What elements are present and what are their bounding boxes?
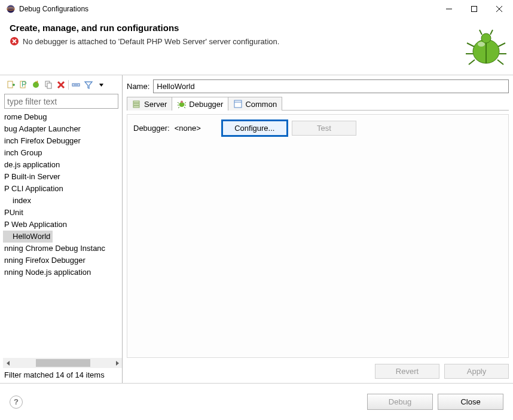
minimize-button[interactable] (436, 1, 462, 17)
list-item[interactable]: nning Chrome Debug Instanc (3, 243, 122, 255)
svg-rect-31 (133, 103, 139, 105)
window-title: Debug Configurations (19, 5, 436, 13)
maximize-button[interactable] (462, 1, 487, 17)
tabs: Server Debugger Common (127, 97, 509, 111)
list-item[interactable]: nning Node.js application (3, 266, 122, 278)
tab-server-label: Server (144, 100, 167, 109)
apply-button[interactable]: Apply (444, 364, 509, 379)
list-item[interactable]: index (3, 195, 122, 207)
configure-button[interactable]: Configure... (222, 121, 287, 136)
collapse-all-icon[interactable] (71, 79, 81, 90)
debugger-value: <none> (175, 124, 201, 133)
svg-line-16 (498, 43, 505, 47)
tab-common[interactable]: Common (228, 97, 282, 111)
list-item[interactable]: nning Firefox Debugger (3, 255, 122, 266)
horizontal-scrollbar[interactable] (3, 358, 122, 368)
svg-line-13 (480, 30, 482, 35)
filter-input[interactable] (4, 94, 118, 109)
svg-text:P: P (22, 80, 27, 88)
common-icon (233, 99, 243, 109)
list-item[interactable]: rome Debug (3, 111, 122, 123)
revert-button[interactable]: Revert (375, 364, 439, 379)
list-item[interactable]: inch Firefox Debugger (3, 135, 122, 147)
scroll-left-icon[interactable] (3, 358, 13, 368)
right-pane: Name: Server Debugger Common Debugger: <… (123, 75, 513, 383)
tab-server[interactable]: Server (127, 97, 172, 111)
name-input[interactable] (153, 79, 509, 93)
list-item[interactable]: inch Group (3, 147, 122, 159)
svg-line-14 (490, 30, 493, 35)
tab-debugger-label: Debugger (189, 100, 223, 109)
tab-common-label: Common (245, 100, 277, 109)
bug-icon (464, 25, 508, 69)
export-icon[interactable] (30, 79, 41, 90)
left-pane: P rome Debugbug Adapter Launcherinch Fir… (0, 75, 123, 383)
tab-debugger[interactable]: Debugger (172, 97, 228, 111)
svg-rect-32 (133, 106, 139, 108)
left-toolbar: P (3, 79, 122, 93)
duplicate-icon[interactable] (43, 79, 54, 90)
list-item[interactable]: PUnit (3, 207, 122, 219)
list-item[interactable]: P CLI Application (3, 183, 122, 195)
error-icon (10, 36, 19, 46)
title-bar: Debug Configurations (0, 0, 513, 18)
banner-heading: Create, manage, and run configurations (10, 23, 503, 33)
svg-rect-27 (47, 83, 51, 88)
svg-line-20 (497, 60, 503, 65)
banner-error-line: No debugger is attached to 'Default PHP … (10, 36, 503, 46)
list-item[interactable]: bug Adapter Launcher (3, 123, 122, 135)
help-button[interactable]: ? (10, 396, 23, 409)
debugger-label: Debugger: (133, 124, 170, 133)
svg-rect-22 (8, 81, 13, 88)
svg-line-19 (469, 60, 475, 65)
tab-content: Debugger: <none> Configure... Test (127, 114, 509, 358)
close-window-button[interactable] (487, 1, 512, 17)
svg-point-12 (481, 33, 491, 43)
server-icon (132, 99, 142, 109)
svg-point-34 (181, 101, 183, 103)
filter-icon[interactable] (83, 79, 94, 90)
name-label: Name: (127, 82, 149, 91)
dialog-footer: ? Debug Close (0, 383, 513, 420)
banner-error-text: No debugger is attached to 'Default PHP … (23, 37, 279, 46)
svg-rect-35 (234, 100, 242, 108)
list-item[interactable]: HelloWorld (3, 231, 53, 243)
banner: Create, manage, and run configurations N… (0, 18, 513, 75)
new-config-icon[interactable] (5, 79, 16, 90)
svg-point-21 (478, 42, 485, 47)
list-item[interactable]: P Built-in Server (3, 171, 122, 183)
list-item[interactable]: de.js application (3, 159, 122, 171)
list-item[interactable]: P Web Application (3, 219, 122, 231)
test-button[interactable]: Test (292, 121, 356, 136)
main-area: P rome Debugbug Adapter Launcherinch Fir… (0, 75, 513, 383)
svg-rect-3 (472, 7, 477, 12)
filter-dropdown-icon[interactable] (96, 79, 106, 90)
svg-rect-30 (133, 101, 139, 103)
new-prototype-icon[interactable]: P (18, 79, 29, 90)
delete-icon[interactable] (56, 79, 66, 90)
scroll-right-icon[interactable] (112, 358, 122, 368)
bug-tab-icon (177, 99, 187, 109)
debug-button[interactable]: Debug (367, 394, 433, 410)
close-button[interactable]: Close (438, 394, 503, 410)
svg-point-25 (33, 82, 39, 88)
filter-status: Filter matched 14 of 14 items (3, 368, 122, 379)
svg-line-15 (467, 43, 474, 47)
config-tree[interactable]: rome Debugbug Adapter Launcherinch Firef… (3, 111, 122, 368)
eclipse-icon (6, 4, 16, 14)
